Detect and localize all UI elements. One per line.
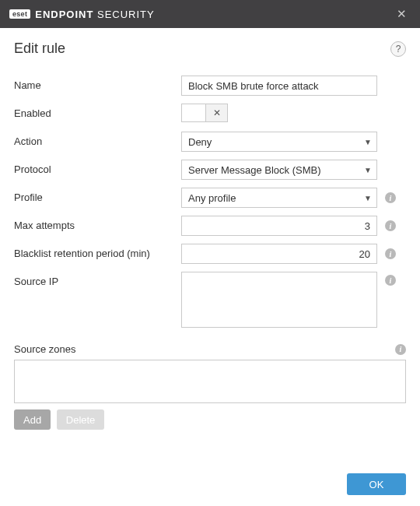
label-source-ip: Source IP xyxy=(14,272,181,287)
close-icon[interactable]: ✕ xyxy=(392,5,411,23)
name-input[interactable] xyxy=(181,76,377,96)
profile-select[interactable]: Any profile ▼ xyxy=(181,188,377,208)
protocol-select[interactable]: Server Message Block (SMB) ▼ xyxy=(181,160,377,180)
row-blacklist: Blacklist retention period (min) i xyxy=(14,244,406,264)
page-title: Edit rule xyxy=(14,40,65,57)
row-name: Name xyxy=(14,76,406,96)
chevron-down-icon: ▼ xyxy=(364,138,372,146)
action-select[interactable]: Deny ▼ xyxy=(181,132,377,152)
info-icon[interactable]: i xyxy=(385,220,396,231)
zones-section: Source zones i Add Delete xyxy=(14,343,406,430)
row-action: Action Deny ▼ xyxy=(14,132,406,152)
row-max-attempts: Max attempts i xyxy=(14,216,406,236)
add-button[interactable]: Add xyxy=(14,409,51,430)
enabled-toggle[interactable]: ✕ xyxy=(181,104,228,122)
info-icon[interactable]: i xyxy=(385,275,396,286)
protocol-value: Server Message Block (SMB) xyxy=(188,164,321,176)
max-attempts-input[interactable] xyxy=(181,216,377,236)
brand-text: ENDPOINT SECURITY xyxy=(35,9,155,20)
info-icon[interactable]: i xyxy=(395,344,406,355)
label-action: Action xyxy=(14,132,181,147)
content: Edit rule ? Name Enabled ✕ Action Deny ▼… xyxy=(0,28,420,430)
help-icon[interactable]: ? xyxy=(390,41,406,57)
source-zones-list[interactable] xyxy=(14,360,406,403)
toggle-off-icon: ✕ xyxy=(205,104,227,121)
info-icon[interactable]: i xyxy=(385,248,396,259)
profile-value: Any profile xyxy=(188,192,236,204)
label-profile: Profile xyxy=(14,188,181,203)
page-header: Edit rule ? xyxy=(14,40,406,57)
brand-badge: eset xyxy=(9,9,30,19)
brand-bold: ENDPOINT xyxy=(35,9,93,20)
brand-light: SECURITY xyxy=(93,9,154,20)
zones-buttons: Add Delete xyxy=(14,409,406,430)
ok-button[interactable]: OK xyxy=(347,473,406,495)
blacklist-retention-input[interactable] xyxy=(181,244,377,264)
titlebar: eset ENDPOINT SECURITY ✕ xyxy=(0,0,420,28)
label-name: Name xyxy=(14,76,181,91)
row-protocol: Protocol Server Message Block (SMB) ▼ xyxy=(14,160,406,180)
action-value: Deny xyxy=(188,136,212,148)
row-profile: Profile Any profile ▼ i xyxy=(14,188,406,208)
footer: OK xyxy=(0,462,420,506)
label-blacklist: Blacklist retention period (min) xyxy=(14,244,181,259)
source-ip-input[interactable] xyxy=(181,272,377,328)
chevron-down-icon: ▼ xyxy=(364,194,372,202)
info-icon[interactable]: i xyxy=(385,192,396,203)
row-source-ip: Source IP i xyxy=(14,272,406,328)
zones-header: Source zones i xyxy=(14,343,406,355)
label-protocol: Protocol xyxy=(14,160,181,175)
chevron-down-icon: ▼ xyxy=(364,166,372,174)
delete-button[interactable]: Delete xyxy=(57,409,105,430)
label-source-zones: Source zones xyxy=(14,343,76,355)
row-enabled: Enabled ✕ xyxy=(14,104,406,124)
label-enabled: Enabled xyxy=(14,104,181,119)
label-max-attempts: Max attempts xyxy=(14,216,181,231)
